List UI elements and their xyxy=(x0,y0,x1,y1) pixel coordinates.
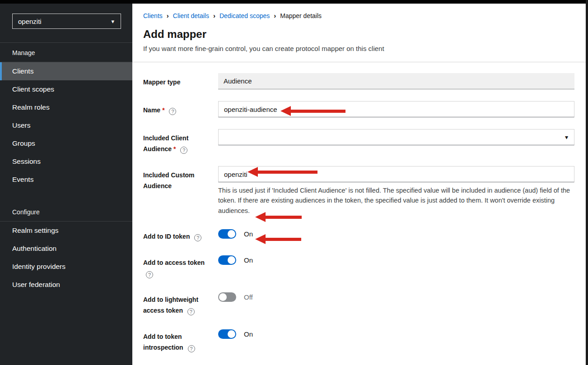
label-text: Add to ID token xyxy=(143,233,190,240)
label-text: Name xyxy=(143,106,160,114)
toggle-state-label: On xyxy=(244,330,253,338)
add-to-id-token-label: Add to ID token ? xyxy=(143,227,218,242)
sidebar-item-events[interactable]: Events xyxy=(0,171,132,189)
help-icon[interactable]: ? xyxy=(169,108,176,115)
page-subtitle: If you want more fine-grain control, you… xyxy=(143,45,574,52)
control-col: On xyxy=(218,227,574,239)
included-custom-audience-help-text: This is used just if 'Included Client Au… xyxy=(218,185,574,216)
nav-gap xyxy=(0,189,132,202)
main-content: Clients › Client details › Dedicated sco… xyxy=(132,4,586,365)
help-icon[interactable]: ? xyxy=(194,234,201,241)
mapper-type-value: Audience xyxy=(224,77,252,85)
control-col xyxy=(218,101,574,117)
sidebar-item-label: Realm roles xyxy=(12,103,50,111)
add-to-lightweight-access-token-row: Add to lightweight access token ? Off xyxy=(143,291,574,316)
sidebar-item-users[interactable]: Users xyxy=(0,116,132,134)
add-mapper-form: Mapper type Audience Name* ? xyxy=(132,62,586,365)
add-to-id-token-row: Add to ID token ? On xyxy=(143,227,574,242)
mapper-type-row: Mapper type Audience xyxy=(143,73,574,89)
add-to-lightweight-access-token-label: Add to lightweight access token ? xyxy=(143,291,218,316)
control-col: Audience xyxy=(218,73,574,89)
control-col: On xyxy=(218,328,574,339)
control-col: This is used just if 'Included Client Au… xyxy=(218,166,574,216)
sidebar-item-realm-settings[interactable]: Realm settings xyxy=(0,222,132,240)
sidebar-item-label: Groups xyxy=(12,139,35,148)
add-to-access-token-label: Add to access token ? xyxy=(143,254,218,279)
mapper-type-field: Audience xyxy=(218,73,574,89)
sidebar-item-label: Users xyxy=(12,121,30,129)
help-icon[interactable]: ? xyxy=(180,147,187,154)
sidebar-item-user-federation[interactable]: User federation xyxy=(0,276,132,294)
sidebar-item-label: Authentication xyxy=(12,245,56,253)
label-text: Add to token introspection xyxy=(143,333,183,351)
realm-name: openziti xyxy=(18,18,42,25)
toggle-knob xyxy=(219,293,227,301)
required-marker: * xyxy=(172,145,176,152)
add-to-token-introspection-toggle[interactable] xyxy=(218,329,236,339)
toggle-knob xyxy=(228,256,235,264)
sidebar-item-authentication[interactable]: Authentication xyxy=(0,240,132,258)
chevron-down-icon: ▾ xyxy=(565,134,568,141)
sidebar-item-label: Realm settings xyxy=(12,226,59,235)
name-input[interactable] xyxy=(218,101,574,117)
breadcrumb-link-clients[interactable]: Clients xyxy=(143,12,163,19)
add-to-token-introspection-row: Add to token introspection ? On xyxy=(143,328,574,353)
sidebar-item-label: Identity providers xyxy=(12,263,65,271)
breadcrumb-separator-icon: › xyxy=(270,12,280,19)
toggle-knob xyxy=(228,330,235,338)
realm-selector-dropdown[interactable]: openziti ▾ xyxy=(12,14,121,29)
sidebar-item-label: Clients xyxy=(12,67,33,75)
help-icon[interactable]: ? xyxy=(187,308,195,315)
included-client-audience-label: Included Client Audience* ? xyxy=(143,129,218,154)
breadcrumb-separator-icon: › xyxy=(163,12,173,19)
sidebar-item-label: User federation xyxy=(12,281,60,289)
sidebar-item-label: Events xyxy=(12,176,33,184)
mapper-type-label: Mapper type xyxy=(143,73,218,88)
sidebar-item-client-scopes[interactable]: Client scopes xyxy=(0,80,132,98)
sidebar-item-label: Client scopes xyxy=(12,85,54,93)
included-custom-audience-label: Included Custom Audience xyxy=(143,166,218,191)
add-to-access-token-row: Add to access token ? On xyxy=(143,254,574,279)
keycloak-admin-console: openziti ▾ Manage Clients Client scopes … xyxy=(0,0,588,365)
help-icon[interactable]: ? xyxy=(146,271,153,278)
included-client-audience-row: Included Client Audience* ? ▾ xyxy=(143,129,574,154)
breadcrumb-link-client-details[interactable]: Client details xyxy=(173,12,209,19)
breadcrumb-link-dedicated-scopes[interactable]: Dedicated scopes xyxy=(219,12,270,19)
sidebar: openziti ▾ Manage Clients Client scopes … xyxy=(0,4,132,365)
toggle-state-label: On xyxy=(244,256,253,264)
breadcrumb-separator-icon: › xyxy=(209,12,219,19)
add-to-access-token-toggle[interactable] xyxy=(218,255,236,265)
sidebar-item-label: Sessions xyxy=(12,157,41,166)
breadcrumb-current-mapper-details: Mapper details xyxy=(280,12,322,19)
sidebar-item-groups[interactable]: Groups xyxy=(0,134,132,152)
toggle-state-label: Off xyxy=(244,293,253,301)
breadcrumb: Clients › Client details › Dedicated sco… xyxy=(143,12,574,19)
nav-group-heading-configure: Configure xyxy=(0,202,132,221)
masthead-bar xyxy=(0,0,588,4)
included-client-audience-select[interactable]: ▾ xyxy=(218,129,574,145)
chevron-down-icon: ▾ xyxy=(111,18,114,24)
required-marker: * xyxy=(160,106,164,114)
name-row: Name* ? xyxy=(143,101,574,117)
help-icon[interactable]: ? xyxy=(188,345,195,352)
toggle-state-label: On xyxy=(244,230,253,238)
included-custom-audience-input[interactable] xyxy=(218,166,574,182)
label-text: Included Custom Audience xyxy=(143,171,195,189)
add-to-lightweight-access-token-toggle[interactable] xyxy=(218,292,236,302)
included-custom-audience-row: Included Custom Audience This is used ju… xyxy=(143,166,574,216)
sidebar-item-realm-roles[interactable]: Realm roles xyxy=(0,98,132,116)
add-to-token-introspection-label: Add to token introspection ? xyxy=(143,328,218,353)
nav-group-heading-manage: Manage xyxy=(0,43,132,62)
toggle-knob xyxy=(228,230,235,238)
label-text: Add to access token xyxy=(143,259,205,266)
label-text: Mapper type xyxy=(143,79,180,86)
scrollbar[interactable] xyxy=(586,0,588,365)
sidebar-item-clients[interactable]: Clients xyxy=(0,62,132,80)
control-col: Off xyxy=(218,291,574,302)
sidebar-item-identity-providers[interactable]: Identity providers xyxy=(0,258,132,276)
sidebar-item-sessions[interactable]: Sessions xyxy=(0,152,132,171)
page-header: Clients › Client details › Dedicated sco… xyxy=(132,4,586,52)
name-label: Name* ? xyxy=(143,101,218,116)
control-col: ▾ xyxy=(218,129,574,145)
add-to-id-token-toggle[interactable] xyxy=(218,229,236,239)
